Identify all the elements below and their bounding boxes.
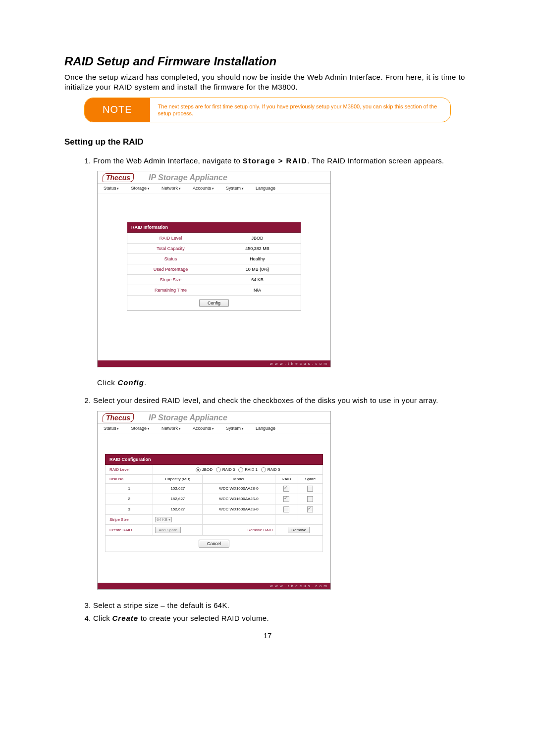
- steps-list-2: Select your desired RAID level, and chec…: [64, 396, 471, 405]
- raid-config-panel: RAID Configuration RAID Level JBOD RAID …: [105, 454, 323, 552]
- value-total-capacity: 450,382 MB: [214, 244, 301, 254]
- value-remaining-time: N/A: [214, 285, 301, 296]
- menu-network[interactable]: Network: [161, 186, 181, 191]
- note-label: NOTE: [85, 98, 150, 122]
- note-box: NOTE The next steps are for first time s…: [84, 98, 451, 123]
- label-remaining-time: Remaining Time: [127, 285, 214, 296]
- raid-info-table: RAID LevelJBOD Total Capacity450,382 MB …: [127, 233, 301, 295]
- radio-raid5[interactable]: RAID 5: [261, 467, 280, 472]
- ss-main-menu: Status Storage Network Accounts System L…: [98, 184, 330, 194]
- ss-header-2: Thecus IP Storage Appliance: [98, 411, 330, 424]
- app-title-2: IP Storage Appliance: [149, 413, 227, 422]
- menu-language-2[interactable]: Language: [256, 426, 275, 431]
- disk3-cap: 152,627: [153, 504, 203, 514]
- screenshot-raid-config: Thecus IP Storage Appliance Status Stora…: [97, 411, 331, 590]
- add-spare-button[interactable]: Add Spare: [155, 527, 181, 533]
- cfg-raid-level-options: JBOD RAID 0 RAID 1 RAID 5: [153, 465, 323, 474]
- radio-jbod[interactable]: JBOD: [196, 467, 213, 472]
- disk1-raid-checkbox[interactable]: [283, 486, 289, 492]
- step-1: From the Web Admin Interface, navigate t…: [93, 156, 471, 166]
- raid-info-panel: RAID Information RAID LevelJBOD Total Ca…: [127, 222, 301, 311]
- ss-header: Thecus IP Storage Appliance: [98, 171, 330, 184]
- value-stripe-size: 64 KB: [214, 275, 301, 285]
- remove-button[interactable]: Remove: [288, 527, 310, 533]
- menu-system[interactable]: System: [226, 186, 244, 191]
- main-title: RAID Setup and Firmware Installation: [64, 54, 471, 68]
- value-status: Healthy: [214, 254, 301, 264]
- disk3-model: WDC WD1600AAJS-0: [203, 504, 275, 514]
- radio-raid0[interactable]: RAID 0: [216, 467, 235, 472]
- step-4-c: to create your selected RAID volume.: [138, 614, 269, 622]
- col-raid: RAID: [275, 474, 298, 483]
- steps-list-3: Select a stripe size – the default is 64…: [64, 601, 471, 624]
- stripe-size-label: Stripe Size: [106, 514, 153, 524]
- step-4: Click Create to create your selected RAI…: [93, 613, 471, 623]
- disk2-no: 2: [106, 494, 153, 504]
- menu-accounts[interactable]: Accounts: [193, 186, 214, 191]
- remove-raid-label: Remove RAID: [247, 528, 272, 532]
- disk2-spare-checkbox[interactable]: [307, 496, 313, 502]
- ss-footer-2: w w w . t h e c u s . c o m: [98, 583, 330, 589]
- menu-storage-2[interactable]: Storage: [131, 426, 149, 431]
- screenshot-raid-info: Thecus IP Storage Appliance Status Stora…: [97, 171, 331, 367]
- disk-row-2: 2 152,627 WDC WD1600AAJS-0: [106, 494, 323, 504]
- disk-row-1: 1 152,627 WDC WD1600AAJS-0: [106, 483, 323, 494]
- disk-row-3: 3 152,627 WDC WD1600AAJS-0: [106, 504, 323, 514]
- step-4-create: Create: [112, 614, 138, 622]
- step-2: Select your desired RAID level, and chec…: [93, 396, 471, 405]
- disk2-raid-checkbox[interactable]: [283, 496, 289, 502]
- disk1-cap: 152,627: [153, 483, 203, 494]
- config-button[interactable]: Config: [199, 299, 229, 307]
- label-used-percentage: Used Percentage: [127, 264, 214, 275]
- intro-paragraph: Once the setup wizard has completed, you…: [64, 72, 471, 93]
- disk3-spare-checkbox[interactable]: [307, 506, 313, 512]
- col-model: Model: [203, 474, 275, 483]
- col-spare: Spare: [298, 474, 322, 483]
- logo: Thecus: [103, 173, 134, 182]
- cfg-raid-level-label: RAID Level: [106, 465, 153, 474]
- ss-footer: w w w . t h e c u s . c o m: [98, 360, 330, 367]
- disk1-no: 1: [106, 483, 153, 494]
- value-raid-level: JBOD: [214, 233, 301, 244]
- disk3-raid-checkbox[interactable]: [283, 506, 289, 512]
- app-title: IP Storage Appliance: [149, 173, 227, 182]
- label-status: Status: [127, 254, 214, 264]
- menu-system-2[interactable]: System: [226, 426, 244, 431]
- menu-network-2[interactable]: Network: [161, 426, 181, 431]
- step-1-text-a: From the Web Admin Interface, navigate t…: [93, 156, 243, 165]
- page-number: 17: [64, 631, 471, 640]
- step-1-text-c: . The RAID Information screen appears.: [307, 156, 444, 165]
- stripe-size-select[interactable]: 64 KB ▾: [155, 517, 172, 522]
- click-text: Click: [97, 378, 117, 387]
- raid-info-header: RAID Information: [127, 222, 301, 233]
- click-dot: .: [144, 378, 147, 387]
- disk3-no: 3: [106, 504, 153, 514]
- step-1-ui-path: Storage > RAID: [243, 156, 308, 165]
- disk1-model: WDC WD1600AAJS-0: [203, 483, 275, 494]
- radio-raid1[interactable]: RAID 1: [238, 467, 258, 472]
- menu-storage[interactable]: Storage: [131, 186, 149, 191]
- menu-status-2[interactable]: Status: [104, 426, 119, 431]
- menu-status[interactable]: Status: [104, 186, 119, 191]
- raid-config-table: RAID Level JBOD RAID 0 RAID 1 RAID 5 Dis…: [105, 465, 323, 536]
- col-disk-no: Disk No.: [106, 474, 153, 483]
- value-used-percentage: 10 MB (0%): [214, 264, 301, 275]
- note-text: The next steps are for first time setup …: [150, 98, 450, 122]
- click-config-word: Config: [117, 378, 144, 387]
- logo-2: Thecus: [103, 413, 134, 422]
- cancel-button[interactable]: Cancel: [199, 540, 229, 548]
- click-config-text: Click Config.: [97, 378, 471, 387]
- steps-list: From the Web Admin Interface, navigate t…: [64, 156, 471, 166]
- create-raid-label: Create RAID: [106, 524, 153, 535]
- menu-accounts-2[interactable]: Accounts: [193, 426, 214, 431]
- step-4-a: Click: [93, 614, 112, 622]
- ss-main-menu-2: Status Storage Network Accounts System L…: [98, 424, 330, 434]
- menu-language[interactable]: Language: [256, 186, 275, 191]
- sub-title: Setting up the RAID: [64, 137, 471, 147]
- label-raid-level: RAID Level: [127, 233, 214, 244]
- label-stripe-size: Stripe Size: [127, 275, 214, 285]
- col-capacity: Capacity (MB): [153, 474, 203, 483]
- raid-config-header: RAID Configuration: [105, 454, 323, 465]
- disk1-spare-checkbox[interactable]: [307, 486, 313, 492]
- disk2-cap: 152,627: [153, 494, 203, 504]
